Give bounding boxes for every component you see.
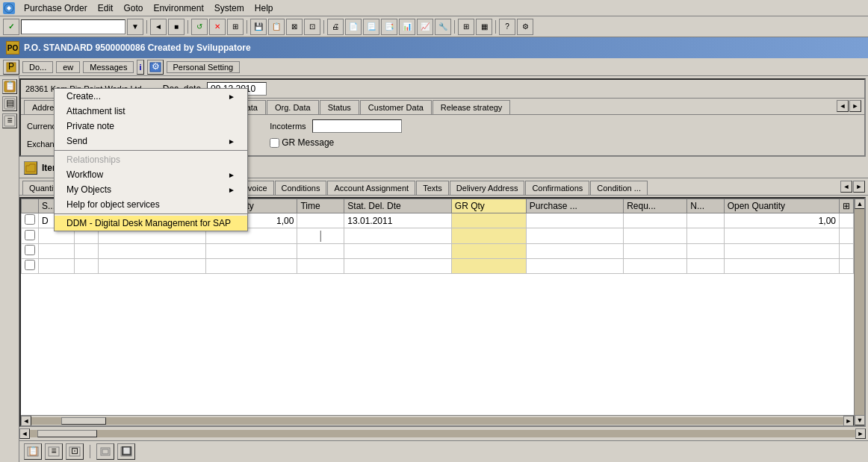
tool2-btn[interactable]: 📈 xyxy=(417,19,433,35)
menu-item-create[interactable]: Create... ► xyxy=(55,89,247,104)
menu-item-attachment[interactable]: Attachment list xyxy=(55,104,247,119)
v-scrollbar[interactable]: ▲ ▼ xyxy=(854,199,864,425)
bottom-btn-3[interactable]: ⊡ xyxy=(66,443,84,460)
item-tab-condition[interactable]: Condition ... xyxy=(590,181,648,195)
item-tab-next[interactable]: ► xyxy=(853,181,865,193)
item-folder-icon[interactable] xyxy=(24,161,37,175)
cell-stat-del-dte: 13.01.2011 xyxy=(344,213,451,228)
help-btn[interactable]: ? xyxy=(499,19,515,35)
tab-status[interactable]: Status xyxy=(320,100,359,114)
item-tab-confirmations[interactable]: Confirmations xyxy=(525,181,589,195)
sub-left-icon[interactable]: P xyxy=(3,60,19,75)
left-icon-2[interactable]: ▤ xyxy=(2,96,17,111)
bottom-btn-5[interactable]: 🔲 xyxy=(117,443,135,460)
incoterms-label: Incoterms xyxy=(270,122,306,131)
cell-n xyxy=(687,213,724,228)
left-icon-1[interactable]: 📋 xyxy=(2,79,17,94)
table2-btn[interactable]: ▦ xyxy=(476,19,492,35)
tab-next-btn[interactable]: ► xyxy=(849,100,861,112)
menu-environment[interactable]: Environment xyxy=(149,1,208,15)
h-scroll-right[interactable]: ► xyxy=(843,416,854,426)
svg-text:▤: ▤ xyxy=(6,98,14,108)
ew-btn[interactable]: ew xyxy=(56,61,80,73)
bottom-btn-1[interactable]: 📋 xyxy=(24,443,42,460)
find-btn[interactable]: ⊠ xyxy=(286,19,303,35)
cell-time xyxy=(297,213,344,228)
menu-purchase-order[interactable]: Purchase Order xyxy=(19,1,92,15)
h-scroll-track[interactable] xyxy=(31,417,843,425)
bottom-btn-2[interactable]: ≡ xyxy=(45,443,63,460)
menu-item-help-object[interactable]: Help for object services xyxy=(55,197,247,212)
tab-release-strategy[interactable]: Release strategy xyxy=(433,100,511,114)
title-icon: PO xyxy=(6,41,19,54)
menu-item-send[interactable]: Send ► xyxy=(55,134,247,149)
row-checkbox-2[interactable] xyxy=(25,230,35,240)
bottom-scroll-thumb[interactable] xyxy=(37,430,97,437)
item-tab-delivery-address[interactable]: Delivery Address xyxy=(450,181,525,195)
col-time: Time xyxy=(297,199,344,213)
v-scroll-down[interactable]: ▼ xyxy=(855,415,865,425)
h-scroll-thumb[interactable] xyxy=(61,417,106,425)
print3-btn[interactable]: 📃 xyxy=(363,19,379,35)
stop-btn[interactable]: ✕ xyxy=(209,19,226,35)
gr-message-checkbox[interactable] xyxy=(270,138,279,148)
item-tab-account-assignment[interactable]: Account Assignment xyxy=(327,181,415,195)
row-checkbox-4[interactable] xyxy=(25,260,35,270)
item-tab-prev[interactable]: ◄ xyxy=(840,181,852,193)
do-btn[interactable]: Do... xyxy=(22,61,53,73)
green-check-btn[interactable]: ✓ xyxy=(3,19,19,35)
table-btn[interactable]: ⊞ xyxy=(458,19,474,35)
svg-text:⊡: ⊡ xyxy=(71,446,78,456)
menu-item-my-objects[interactable]: My Objects ► xyxy=(55,182,247,197)
table-bottom-scroll[interactable]: ◄ ► xyxy=(19,428,866,439)
config-btn[interactable]: ⚙ xyxy=(517,19,533,35)
print-btn[interactable]: 🖨 xyxy=(327,19,344,35)
forward-btn[interactable]: ■ xyxy=(168,19,185,35)
menu-goto[interactable]: Goto xyxy=(119,1,147,15)
item-tab-conditions[interactable]: Conditions xyxy=(275,181,327,195)
menu-system[interactable]: System xyxy=(210,1,249,15)
h-scrollbar[interactable]: ◄ ► xyxy=(21,415,854,425)
tab-customer-data[interactable]: Customer Data xyxy=(360,100,432,114)
save-btn[interactable]: 💾 xyxy=(250,19,267,35)
item-tab-texts[interactable]: Texts xyxy=(416,181,449,195)
h-scroll-left[interactable]: ◄ xyxy=(21,416,31,426)
cell-purchase xyxy=(526,213,623,228)
bottom-scroll-track[interactable] xyxy=(30,430,855,437)
tool3-btn[interactable]: 🔧 xyxy=(435,19,451,35)
incoterms-input[interactable] xyxy=(312,119,402,133)
menu-help[interactable]: Help xyxy=(250,1,278,15)
title-bar: PO P.O. STANDARD 9500000086 Created by S… xyxy=(0,37,868,58)
save2-btn[interactable]: 📋 xyxy=(268,19,285,35)
menu-item-private-note[interactable]: Private note xyxy=(55,119,247,134)
nav1-btn[interactable]: ⊞ xyxy=(227,19,244,35)
back-btn[interactable]: ◄ xyxy=(150,19,167,35)
bottom-btn-4[interactable] xyxy=(96,443,114,460)
row-checkbox-3[interactable] xyxy=(25,245,35,255)
command-input[interactable] xyxy=(21,19,125,34)
messages-btn[interactable]: Messages xyxy=(83,61,134,73)
find2-btn[interactable]: ⊡ xyxy=(304,19,320,35)
tool1-btn[interactable]: 📊 xyxy=(399,19,415,35)
info-btn[interactable]: i xyxy=(137,60,143,75)
row-checkbox[interactable] xyxy=(25,214,35,225)
tab-org-data[interactable]: Org. Data xyxy=(267,100,319,114)
print2-btn[interactable]: 📄 xyxy=(345,19,362,35)
tab-prev-btn[interactable]: ◄ xyxy=(837,100,849,112)
personal-setting-icon[interactable]: ⚙ xyxy=(147,60,164,75)
menu-edit[interactable]: Edit xyxy=(93,1,118,15)
dropdown-arrow-btn[interactable]: ▼ xyxy=(127,19,143,35)
bottom-scroll-right[interactable]: ► xyxy=(855,428,866,439)
bottom-scroll-left[interactable]: ◄ xyxy=(19,428,30,439)
bottom-toolbar: 📋 ≡ ⊡ 🔲 xyxy=(19,440,868,462)
refresh-btn[interactable]: ↺ xyxy=(191,19,208,35)
col-expand[interactable]: ⊞ xyxy=(840,199,854,213)
sub-toolbar: P Do... ew Messages i ⚙ Personal Setting xyxy=(0,58,868,76)
print4-btn[interactable]: 📑 xyxy=(381,19,397,35)
cell-open-qty: 1,00 xyxy=(724,213,839,228)
v-scroll-up[interactable]: ▲ xyxy=(855,199,865,209)
personal-setting-btn[interactable]: Personal Setting xyxy=(167,61,241,73)
left-icon-3[interactable]: ≡ xyxy=(2,113,17,128)
menu-item-workflow[interactable]: Workflow ► xyxy=(55,167,247,182)
menu-item-ddm[interactable]: DDM - Digital Desk Management for SAP xyxy=(55,216,247,231)
